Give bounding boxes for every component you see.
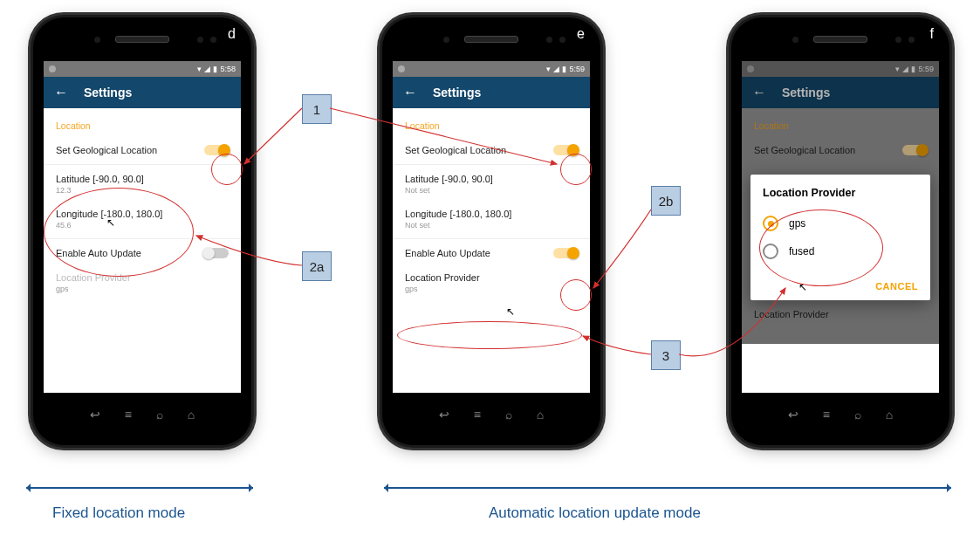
back-icon[interactable]: ← xyxy=(403,85,417,100)
back-icon[interactable]: ← xyxy=(54,85,68,100)
status-bar: ▾ ◢ ▮ 5:59 xyxy=(742,61,939,77)
home-nav-icon[interactable]: ⌂ xyxy=(537,408,544,422)
search-nav-icon[interactable]: ⌕ xyxy=(156,408,163,422)
row-longitude[interactable]: Longitude [-180.0, 180.0] Not set xyxy=(405,202,578,237)
status-bar: ▾ ◢ ▮ 5:58 xyxy=(44,61,241,77)
caption-auto: Automatic location update mode xyxy=(489,504,701,522)
caption-fixed: Fixed location mode xyxy=(52,504,185,522)
toggle-auto-update[interactable] xyxy=(204,248,229,258)
signal-icon: ◢ xyxy=(204,65,210,73)
radio-fused[interactable]: fused xyxy=(763,237,918,265)
cancel-button[interactable]: CANCEL xyxy=(875,281,918,292)
row-provider: Location Provider gps xyxy=(754,302,927,337)
section-location: Location xyxy=(56,120,229,131)
row-set-geo: Set Geological Location xyxy=(754,138,927,162)
status-bar: ▾ ◢ ▮ 5:59 xyxy=(393,61,590,77)
signal-icon: ◢ xyxy=(553,65,559,73)
dialog-location-provider: Location Provider gps fused CANCEL xyxy=(750,175,930,300)
row-provider: Location Provider gps xyxy=(56,265,229,300)
clock: 5:58 xyxy=(220,65,236,73)
app-bar: ← Settings xyxy=(44,77,241,108)
phone-e: e ▾ ◢ ▮ 5:59 ← Settings Location Set Geo… xyxy=(382,17,600,445)
screen: ▾ ◢ ▮ 5:58 ← Settings Location Set Geolo… xyxy=(44,61,241,393)
phone-d: d ▾ ◢ ▮ 5:58 ← Settings Location xyxy=(33,17,251,445)
row-set-geo[interactable]: Set Geological Location xyxy=(405,138,578,162)
toggle-set-geo[interactable] xyxy=(204,145,229,155)
toggle-auto-update[interactable] xyxy=(553,248,578,258)
clock: 5:59 xyxy=(918,65,934,73)
badge-2b: 2b xyxy=(651,186,681,216)
menu-nav-icon[interactable]: ≡ xyxy=(125,408,132,422)
home-nav-icon[interactable]: ⌂ xyxy=(188,408,195,422)
battery-icon: ▮ xyxy=(562,65,566,73)
menu-nav-icon[interactable]: ≡ xyxy=(474,408,481,422)
back-icon[interactable]: ← xyxy=(752,85,766,100)
back-nav-icon[interactable]: ↩ xyxy=(439,408,449,422)
phone-f: f ▾ ◢ ▮ 5:59 ← Settings Loc xyxy=(731,17,949,445)
phone-top xyxy=(33,17,251,61)
radio-icon[interactable] xyxy=(763,244,778,259)
row-latitude[interactable]: Latitude [-90.0, 90.0] Not set xyxy=(405,167,578,202)
phone-label-e: e xyxy=(577,26,585,42)
app-title: Settings xyxy=(782,86,830,100)
battery-icon: ▮ xyxy=(911,65,915,73)
search-nav-icon[interactable]: ⌕ xyxy=(505,408,512,422)
toggle-set-geo[interactable] xyxy=(553,145,578,155)
radio-icon[interactable] xyxy=(763,216,778,231)
badge-2a: 2a xyxy=(302,251,332,281)
section-location: Location xyxy=(405,120,578,131)
app-title: Settings xyxy=(433,86,481,100)
nav-bar: ↩ ≡ ⌕ ⌂ xyxy=(33,393,251,436)
range-arrow xyxy=(26,487,253,489)
row-provider[interactable]: Location Provider gps xyxy=(405,265,578,300)
row-longitude[interactable]: Longitude [-180.0, 180.0] 45.6 xyxy=(56,202,229,237)
wifi-icon: ▾ xyxy=(546,65,551,73)
row-latitude[interactable]: Latitude [-90.0, 90.0] 12.3 xyxy=(56,167,229,202)
section-location: Location xyxy=(754,120,927,131)
back-nav-icon[interactable]: ↩ xyxy=(90,408,100,422)
radio-gps[interactable]: gps xyxy=(763,209,918,237)
row-auto-update[interactable]: Enable Auto Update xyxy=(405,241,578,265)
battery-icon: ▮ xyxy=(213,65,217,73)
row-set-geo[interactable]: Set Geological Location xyxy=(56,138,229,162)
phone-label-d: d xyxy=(228,26,236,42)
home-nav-icon[interactable]: ⌂ xyxy=(886,408,893,422)
range-arrow xyxy=(384,487,951,489)
dialog-title: Location Provider xyxy=(763,187,918,199)
badge-1: 1 xyxy=(302,94,332,124)
menu-nav-icon[interactable]: ≡ xyxy=(823,408,830,422)
clock: 5:59 xyxy=(569,65,585,73)
svg-line-0 xyxy=(244,108,302,164)
phone-label-f: f xyxy=(930,26,934,42)
search-nav-icon[interactable]: ⌕ xyxy=(854,408,861,422)
badge-3: 3 xyxy=(651,340,681,370)
back-nav-icon[interactable]: ↩ xyxy=(788,408,798,422)
toggle-set-geo xyxy=(902,145,927,155)
app-title: Settings xyxy=(84,86,132,100)
signal-icon: ◢ xyxy=(902,65,908,73)
wifi-icon: ▾ xyxy=(895,65,900,73)
wifi-icon: ▾ xyxy=(197,65,202,73)
row-auto-update[interactable]: Enable Auto Update xyxy=(56,241,229,265)
